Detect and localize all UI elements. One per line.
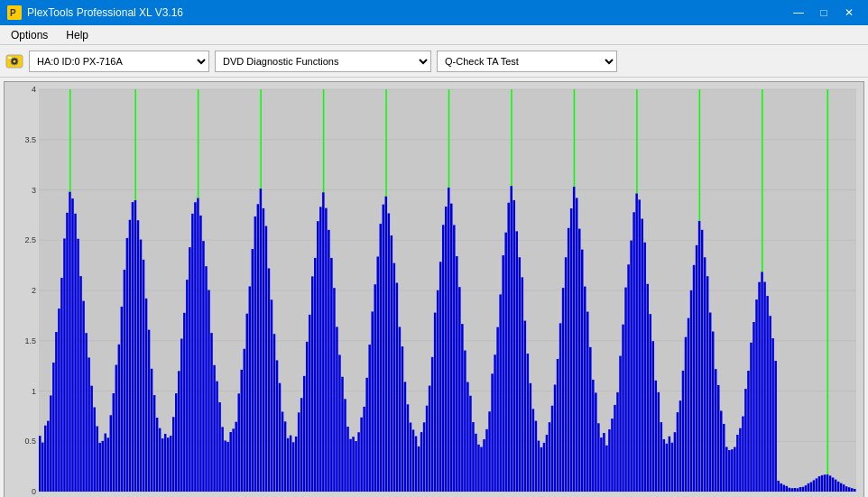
chart-top	[4, 81, 864, 497]
svg-point-4	[14, 60, 16, 62]
minimize-button[interactable]: —	[787, 4, 810, 22]
drive-icon	[5, 52, 23, 70]
titlebar: P PlexTools Professional XL V3.16 — □ ✕	[0, 0, 868, 25]
svg-text:P: P	[10, 8, 16, 18]
svg-rect-5	[8, 57, 12, 59]
menubar: Options Help	[0, 25, 868, 45]
menu-help[interactable]: Help	[59, 27, 96, 42]
function-selector[interactable]: DVD Diagnostic Functions	[215, 51, 431, 72]
close-button[interactable]: ✕	[837, 4, 861, 22]
test-selector[interactable]: Q-Check TA Test	[437, 51, 617, 72]
menu-options[interactable]: Options	[4, 27, 55, 42]
window-title: PlexTools Professional XL V3.16	[27, 6, 183, 19]
chart-top-canvas	[5, 82, 863, 497]
maximize-button[interactable]: □	[812, 4, 836, 22]
app-icon: P	[7, 5, 22, 20]
toolbar: HA:0 ID:0 PX-716A DVD Diagnostic Functio…	[0, 45, 868, 78]
main-content	[0, 78, 868, 497]
drive-selector[interactable]: HA:0 ID:0 PX-716A	[29, 51, 209, 72]
titlebar-left: P PlexTools Professional XL V3.16	[7, 5, 183, 20]
window-controls: — □ ✕	[787, 4, 861, 22]
